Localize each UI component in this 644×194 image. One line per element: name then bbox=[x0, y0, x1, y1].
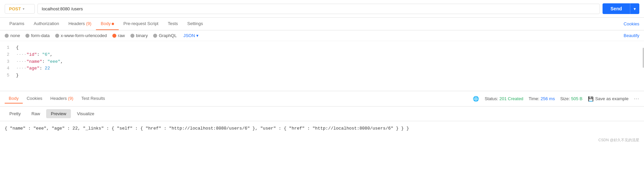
method-selector[interactable]: POST ▾ bbox=[5, 4, 35, 14]
response-text: { "name" : "eee", "age" : 22, "_links" :… bbox=[5, 126, 409, 131]
time-value: 256 ms bbox=[541, 96, 555, 101]
code-line-5: 5 } bbox=[0, 72, 644, 79]
json-format-dropdown[interactable]: JSON ▾ bbox=[183, 33, 199, 38]
code-line-4: 4 ····"age": 22 bbox=[0, 65, 644, 72]
tab-pre-request[interactable]: Pre-request Script bbox=[119, 18, 163, 30]
line-content-2: ····"id": "6", bbox=[13, 51, 644, 58]
tab-settings[interactable]: Settings bbox=[183, 18, 208, 30]
radio-raw bbox=[112, 34, 116, 38]
code-editor[interactable]: 1 { 2 ····"id": "6", 3 ····"name": "eee"… bbox=[0, 41, 644, 91]
body-type-raw-label: raw bbox=[118, 33, 125, 38]
body-dot bbox=[112, 23, 114, 25]
view-tab-preview[interactable]: Preview bbox=[46, 109, 71, 118]
line-content-3: ····"name": "eee", bbox=[13, 58, 644, 65]
response-body: { "name" : "eee", "age" : 22, "_links" :… bbox=[0, 121, 644, 136]
globe-icon: 🌐 bbox=[473, 96, 479, 102]
send-button[interactable]: Send bbox=[603, 3, 630, 14]
view-tab-raw[interactable]: Raw bbox=[27, 109, 45, 118]
chevron-down-icon: ▾ bbox=[196, 33, 199, 38]
tab-tests[interactable]: Tests bbox=[163, 18, 183, 30]
tab-headers[interactable]: Headers (9) bbox=[64, 18, 96, 30]
status-value: 201 Created bbox=[500, 96, 524, 101]
tab-authorization[interactable]: Authorization bbox=[29, 18, 64, 30]
request-tabs: Params Authorization Headers (9) Body Pr… bbox=[0, 18, 644, 30]
tab-headers-label: Headers bbox=[69, 21, 86, 26]
json-format-label: JSON bbox=[183, 33, 195, 38]
response-meta: 🌐 Status: 201 Created Time: 256 ms Size:… bbox=[473, 96, 639, 102]
line-content-1: { bbox=[13, 44, 644, 51]
beautify-button[interactable]: Beautify bbox=[624, 33, 639, 38]
url-bar: POST ▾ localhost:8080 /users Send ▾ bbox=[0, 0, 644, 18]
chevron-down-icon: ▾ bbox=[23, 7, 24, 11]
code-line-1: 1 { bbox=[0, 44, 644, 51]
scrollbar[interactable] bbox=[643, 48, 644, 68]
send-btn-wrapper: Send ▾ bbox=[603, 3, 639, 14]
more-options-icon[interactable]: ··· bbox=[634, 96, 639, 102]
resp-tab-body[interactable]: Body bbox=[5, 94, 23, 104]
url-input[interactable]: localhost:8080 /users bbox=[37, 4, 600, 14]
watermark: CSDN @好久不见的流星 bbox=[0, 136, 644, 144]
response-tabs-bar: Body Cookies Headers (9) Test Results 🌐 … bbox=[0, 91, 644, 107]
body-type-urlencoded[interactable]: x-www-form-urlencoded bbox=[55, 33, 107, 38]
body-type-binary-label: binary bbox=[136, 33, 148, 38]
body-type-form-data[interactable]: form-data bbox=[25, 33, 50, 38]
body-type-none[interactable]: none bbox=[5, 33, 20, 38]
body-type-urlencoded-label: x-www-form-urlencoded bbox=[61, 33, 107, 38]
body-type-none-label: none bbox=[10, 33, 20, 38]
resp-headers-badge: (9) bbox=[68, 96, 73, 101]
resp-tab-cookies[interactable]: Cookies bbox=[23, 94, 46, 104]
radio-form-data bbox=[25, 34, 29, 38]
line-number-4: 4 bbox=[0, 65, 13, 72]
response-view-tabs: Pretty Raw Preview Visualize bbox=[0, 107, 644, 121]
url-text: localhost:8080 /users bbox=[42, 6, 83, 11]
save-as-example-button[interactable]: 💾 Save as example bbox=[588, 96, 629, 102]
radio-none bbox=[5, 34, 9, 38]
tab-headers-badge: (9) bbox=[86, 21, 91, 26]
chevron-down-icon: ▾ bbox=[634, 6, 636, 11]
tab-body[interactable]: Body bbox=[96, 18, 119, 30]
tab-params[interactable]: Params bbox=[5, 18, 29, 30]
body-type-bar: none form-data x-www-form-urlencoded raw… bbox=[0, 30, 644, 41]
save-icon: 💾 bbox=[588, 96, 594, 102]
status-label: Status: 201 Created bbox=[485, 96, 523, 101]
radio-urlencoded bbox=[55, 34, 59, 38]
size-label: Size: 505 B bbox=[560, 96, 582, 101]
body-type-binary[interactable]: binary bbox=[130, 33, 148, 38]
resp-headers-label: Headers bbox=[50, 96, 68, 101]
resp-tab-test-results[interactable]: Test Results bbox=[77, 94, 109, 104]
body-type-graphql[interactable]: GraphQL bbox=[153, 33, 177, 38]
method-label: POST bbox=[9, 6, 21, 11]
body-type-form-data-label: form-data bbox=[31, 33, 50, 38]
line-content-5: } bbox=[13, 72, 644, 79]
line-number-5: 5 bbox=[0, 72, 13, 79]
cookies-button[interactable]: Cookies bbox=[624, 21, 639, 26]
code-line-2: 2 ····"id": "6", bbox=[0, 51, 644, 58]
radio-graphql bbox=[153, 34, 157, 38]
body-type-graphql-label: GraphQL bbox=[159, 33, 177, 38]
code-line-3: 3 ····"name": "eee", bbox=[0, 58, 644, 65]
resp-tab-headers[interactable]: Headers (9) bbox=[46, 94, 78, 104]
line-number-3: 3 bbox=[0, 58, 13, 65]
line-content-4: ····"age": 22 bbox=[13, 65, 644, 72]
size-value: 505 B bbox=[571, 96, 582, 101]
send-dropdown-button[interactable]: ▾ bbox=[630, 3, 639, 14]
save-example-label: Save as example bbox=[595, 96, 629, 101]
line-number-2: 2 bbox=[0, 51, 13, 58]
tab-body-label: Body bbox=[101, 21, 111, 26]
view-tab-pretty[interactable]: Pretty bbox=[5, 109, 25, 118]
time-label: Time: 256 ms bbox=[529, 96, 555, 101]
body-type-raw[interactable]: raw bbox=[112, 33, 125, 38]
view-tab-visualize[interactable]: Visualize bbox=[72, 109, 99, 118]
radio-binary bbox=[130, 34, 134, 38]
line-number-1: 1 bbox=[0, 44, 13, 51]
